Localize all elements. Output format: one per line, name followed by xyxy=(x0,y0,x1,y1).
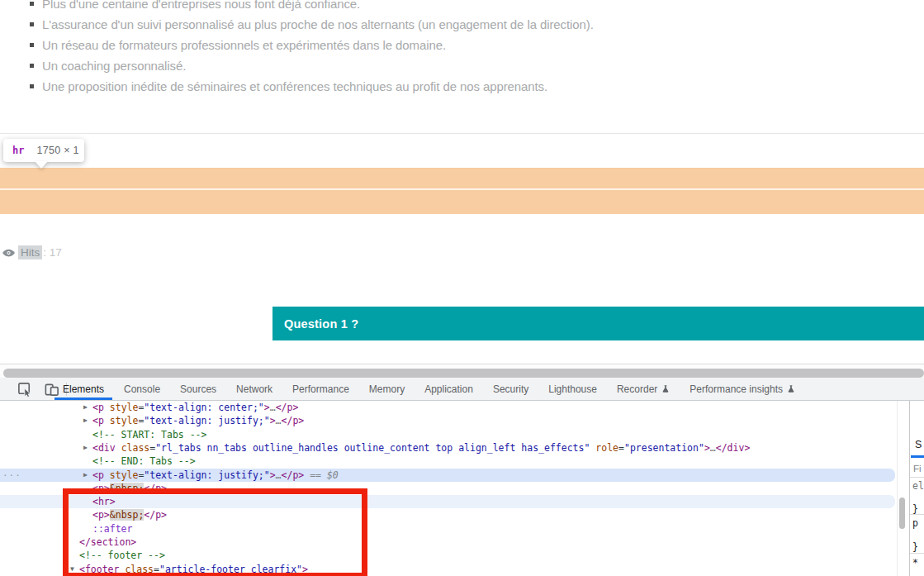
code-token: style xyxy=(104,402,139,413)
row-code: <div class="rl_tabs nn_tabs outline_hand… xyxy=(92,441,750,455)
code-token: "presentation" xyxy=(624,442,704,454)
bullet-item: Une proposition inédite de séminaires et… xyxy=(25,76,594,97)
element-highlight-overlay xyxy=(0,190,924,214)
styles-rule-fragment[interactable]: } xyxy=(912,541,918,553)
devtools-tabs: ElementsConsoleSourcesNetworkPerformance… xyxy=(53,378,805,400)
page-horizontal-scrollbar-track[interactable] xyxy=(0,365,924,378)
element-highlight-gap xyxy=(0,188,924,190)
code-token: "text-align: justify;" xyxy=(144,469,269,481)
row-code: <p style="text-align: justify;">…</p> xyxy=(92,414,304,427)
bullet-item: Un réseau de formateurs professionnels e… xyxy=(25,35,594,55)
code-token: style xyxy=(104,415,139,426)
elements-tree-row[interactable]: ▶<div class="rl_tabs nn_tabs outline_han… xyxy=(0,441,895,455)
styles-tab-underline xyxy=(911,455,924,458)
tab-memory[interactable]: Memory xyxy=(359,378,415,400)
tab-security[interactable]: Security xyxy=(483,378,538,400)
inspect-element-tooltip: hr 1750 × 1 xyxy=(3,139,84,162)
tooltip-tag-name: hr xyxy=(12,145,24,156)
code-token: </p> xyxy=(276,402,299,413)
tooltip-arrow xyxy=(35,161,48,169)
code-token: > xyxy=(270,469,276,481)
code-token: == $0 xyxy=(304,469,339,481)
elements-tree-row[interactable]: <!-- END: Tabs --> xyxy=(0,455,895,468)
elements-vertical-scrollbar-thumb[interactable] xyxy=(899,497,905,529)
expand-arrow-icon[interactable]: ▶ xyxy=(83,469,88,482)
question-title: Question 1 ? xyxy=(284,317,358,331)
code-token: … xyxy=(276,415,282,426)
elements-scrollbar-track xyxy=(897,401,898,576)
row-code: <!-- END: Tabs --> xyxy=(92,455,196,468)
tab-lighthouse[interactable]: Lighthouse xyxy=(538,378,607,400)
elements-tree-row[interactable]: <!-- START: Tabs --> xyxy=(0,428,895,441)
devtools-content: ▶<p style="text-align: center;">…</p>▶<p… xyxy=(0,401,924,576)
tab-label: Sources xyxy=(180,383,216,395)
hits-counter: Hits : 17 xyxy=(2,245,62,259)
tab-label: Memory xyxy=(369,383,405,395)
tab-label: Security xyxy=(493,383,528,395)
tab-label: Network xyxy=(236,383,272,395)
tab-performance-insights[interactable]: Performance insights xyxy=(680,378,805,400)
tab-label: Lighthouse xyxy=(548,383,597,395)
tab-network[interactable]: Network xyxy=(226,378,282,400)
expand-arrow-icon[interactable]: ▶ xyxy=(83,414,88,427)
tab-label: Application xyxy=(424,383,473,395)
tab-sources[interactable]: Sources xyxy=(170,378,226,400)
tab-performance[interactable]: Performance xyxy=(282,378,359,400)
tab-application[interactable]: Application xyxy=(415,378,483,400)
tab-elements[interactable]: Elements xyxy=(53,378,114,400)
code-token: > xyxy=(704,442,710,454)
bullet-item: Un coaching personnalisé. xyxy=(25,55,594,76)
code-token: <p xyxy=(92,469,104,481)
bullet-item: L'assurance d'un suivi personnalisé au p… xyxy=(25,14,594,35)
expand-arrow-icon[interactable]: ▶ xyxy=(83,401,88,414)
code-token: … xyxy=(270,402,276,413)
code-token: <div xyxy=(92,442,116,454)
tab-styles[interactable]: S xyxy=(915,439,922,450)
code-token: … xyxy=(710,442,716,454)
styles-filter-input[interactable]: Fi xyxy=(913,464,922,474)
code-token: "text-align: justify;" xyxy=(144,415,269,426)
screenshot-root: Plus d'une centaine d'entreprises nous f… xyxy=(0,0,924,576)
code-token: style xyxy=(104,469,139,481)
inspect-element-icon[interactable] xyxy=(17,382,33,397)
element-highlight-overlay xyxy=(0,168,924,188)
tab-label: Elements xyxy=(63,383,104,395)
experiment-beaker-icon xyxy=(661,384,670,393)
hits-label: Hits xyxy=(18,245,42,259)
code-token: </p> xyxy=(282,415,305,426)
bullet-list: Plus d'une centaine d'entreprises nous f… xyxy=(25,0,594,97)
tab-recorder[interactable]: Recorder xyxy=(607,378,680,400)
styles-rule-fragment[interactable]: * xyxy=(912,557,918,569)
tab-label: Recorder xyxy=(617,383,657,395)
horizontal-rule xyxy=(0,133,924,134)
code-token: <!-- START: Tabs --> xyxy=(92,429,206,440)
question-accordion-header[interactable]: Question 1 ? xyxy=(272,307,924,340)
code-token: class xyxy=(116,442,150,454)
code-token: = xyxy=(618,442,624,454)
styles-sidebar-sliver: S Fi el}p}* xyxy=(910,401,924,576)
bullet-item: Plus d'une centaine d'entreprises nous f… xyxy=(25,0,594,14)
tab-label: Console xyxy=(124,383,160,395)
expand-arrow-icon[interactable]: ▶ xyxy=(83,441,88,455)
row-code: <p style="text-align: justify;">…</p> ==… xyxy=(92,469,339,482)
tab-console[interactable]: Console xyxy=(114,378,170,400)
code-token: "text-align: center;" xyxy=(144,402,263,413)
annotation-rectangle xyxy=(63,488,367,576)
styles-rule-fragment[interactable]: p xyxy=(912,517,918,529)
row-gutter-dots: ... xyxy=(2,467,21,480)
code-token: <!-- END: Tabs --> xyxy=(92,455,196,467)
code-token: <p xyxy=(92,402,104,413)
code-token: > xyxy=(264,402,270,413)
devtools-panel: ElementsConsoleSourcesNetworkPerformance… xyxy=(0,364,924,576)
hits-value: : 17 xyxy=(43,246,62,259)
page-horizontal-scrollbar-thumb[interactable] xyxy=(3,369,924,378)
styles-rule-fragment[interactable]: el xyxy=(912,480,924,492)
elements-tree-row[interactable]: ...▶<p style="text-align: justify;">…</p… xyxy=(0,469,895,482)
row-code: <p style="text-align: center;">…</p> xyxy=(92,401,298,414)
elements-tree-row[interactable]: ▶<p style="text-align: center;">…</p> xyxy=(0,401,895,414)
elements-tree-row[interactable]: ▶<p style="text-align: justify;">…</p> xyxy=(0,414,895,427)
styles-rule-fragment[interactable]: } xyxy=(912,503,918,515)
code-token: … xyxy=(276,469,282,481)
eye-icon xyxy=(2,249,15,257)
tooltip-dimensions: 1750 × 1 xyxy=(36,145,78,156)
